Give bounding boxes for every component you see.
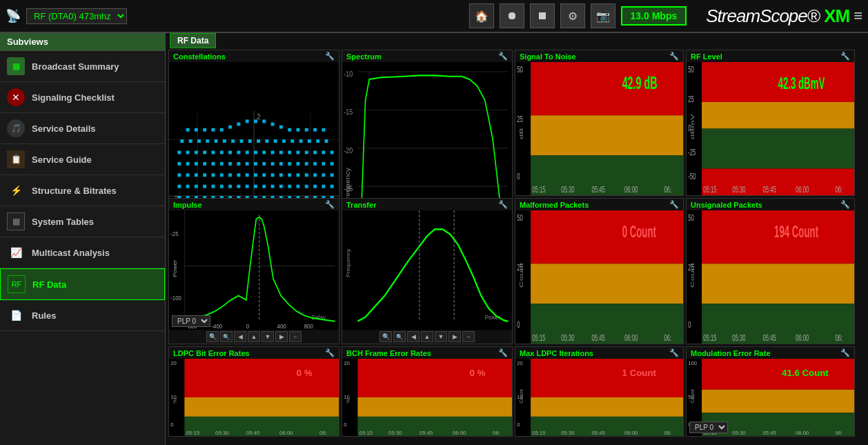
mer-body: 100 50 0 Count 05:15 05:30 05:45 06:00 0…: [687, 359, 854, 436]
ldpc-wrench[interactable]: 🔧: [325, 348, 335, 357]
svg-text:05:30: 05:30: [561, 184, 574, 195]
svg-rect-115: [288, 185, 291, 188]
svg-text:05:15: 05:15: [359, 430, 373, 436]
svg-rect-13: [212, 128, 215, 132]
imp-up[interactable]: ▲: [248, 331, 260, 342]
tr-down[interactable]: ▼: [435, 331, 447, 342]
svg-rect-21: [279, 126, 283, 129]
bch-wrench[interactable]: 🔧: [498, 348, 508, 357]
sidebar-item-structure-bitrates[interactable]: ⚡ Structure & Bitrates: [0, 175, 165, 206]
plp-dropdown-constellations[interactable]: PLP 0: [172, 315, 210, 327]
svg-rect-92: [254, 173, 257, 177]
svg-rect-59: [297, 150, 300, 154]
imp-zoom1[interactable]: 🔍: [206, 331, 219, 342]
stn-wrench[interactable]: 🔧: [669, 52, 679, 61]
svg-text:50: 50: [517, 64, 523, 75]
spectrum-wrench[interactable]: 🔧: [498, 52, 508, 61]
svg-rect-91: [246, 173, 249, 177]
svg-rect-104: [195, 185, 198, 188]
svg-rect-98: [305, 173, 308, 177]
svg-rect-39: [282, 139, 286, 143]
mer-wrench[interactable]: 🔧: [840, 348, 850, 357]
svg-text:05:45: 05:45: [762, 333, 776, 343]
svg-rect-63: [331, 150, 334, 154]
svg-text:06:: 06:: [664, 333, 671, 343]
constellations-header: Constellations 🔧: [169, 50, 339, 62]
imp-minus[interactable]: −: [289, 331, 302, 342]
svg-rect-285: [702, 129, 854, 169]
sidebar-item-system-tables[interactable]: ▦ System Tables: [0, 206, 165, 237]
svg-text:05:15: 05:15: [532, 430, 545, 436]
svg-text:50: 50: [517, 212, 523, 223]
home-button[interactable]: 🏠: [469, 3, 494, 28]
svg-text:400: 400: [277, 323, 286, 329]
sidebar-item-rf-data[interactable]: RF RF Data: [0, 268, 165, 300]
svg-rect-23: [297, 128, 300, 132]
sidebar-item-service-guide[interactable]: 📋 Service Guide: [0, 144, 165, 175]
svg-rect-14: [220, 128, 224, 132]
tr-title: Transfer: [346, 201, 376, 209]
tr-up[interactable]: ▲: [421, 331, 433, 342]
svg-rect-269: [531, 62, 683, 115]
tr-wrench[interactable]: 🔧: [498, 200, 508, 209]
svg-rect-71: [237, 162, 240, 166]
svg-rect-301: [531, 264, 683, 304]
sidebar-item-service-details[interactable]: 🎵 Service Details: [0, 113, 165, 144]
svg-text:50: 50: [688, 212, 694, 223]
record-button[interactable]: ⏺: [500, 3, 524, 28]
stn-header: Signal To Noise 🔧: [515, 50, 683, 62]
svg-rect-93: [262, 173, 266, 177]
svg-text:25: 25: [517, 114, 523, 124]
tr-zoom2[interactable]: 🔍: [393, 331, 406, 342]
up-wrench[interactable]: 🔧: [840, 200, 850, 209]
plp-dropdown-mer[interactable]: PLP 0: [689, 422, 728, 433]
rfl-wrench[interactable]: 🔧: [840, 52, 850, 61]
imp-wrench[interactable]: 🔧: [325, 200, 335, 209]
svg-text:06:: 06:: [835, 333, 842, 343]
maxldpc-wrench[interactable]: 🔧: [669, 348, 679, 357]
sidebar-label-broadcast-summary: Broadcast Summary: [32, 61, 119, 72]
mp-title: Malformed Packets: [520, 201, 589, 209]
menu-icon[interactable]: ≡: [854, 7, 862, 25]
bch-header: BCH Frame Error Rates 🔧: [342, 347, 512, 359]
tr-minus[interactable]: −: [462, 331, 475, 342]
svg-text:05:30: 05:30: [561, 333, 574, 343]
sidebar: Subviews ▦ Broadcast Summary ✕ Signaling…: [0, 33, 166, 445]
svg-rect-15: [228, 126, 232, 129]
stop-button[interactable]: ⏹: [530, 3, 555, 28]
sidebar-item-multicast-analysis[interactable]: 📈 Multicast Analysis: [0, 237, 165, 268]
panel-unsignaled-packets: Unsignaled Packets 🔧 50 25 0 Count 05:15: [686, 198, 855, 344]
imp-down[interactable]: ▼: [262, 331, 274, 342]
svg-rect-42: [308, 139, 311, 143]
constellations-wrench[interactable]: 🔧: [325, 52, 335, 61]
system-tables-icon: ▦: [7, 212, 25, 230]
camera-button[interactable]: 📷: [591, 3, 615, 28]
svg-rect-19: [262, 119, 266, 123]
imp-zoom2[interactable]: 🔍: [220, 331, 233, 342]
imp-left[interactable]: ◀: [234, 331, 246, 342]
settings-button[interactable]: ⚙: [560, 3, 585, 28]
sidebar-item-broadcast-summary[interactable]: ▦ Broadcast Summary: [0, 51, 165, 82]
svg-text:05:45: 05:45: [591, 333, 604, 343]
svg-rect-340: [342, 210, 512, 330]
tr-left[interactable]: ◀: [407, 331, 420, 342]
rfl-header: RF Level 🔧: [687, 50, 854, 62]
svg-text:41.6 Count: 41.6 Count: [782, 368, 829, 378]
svg-rect-101: [331, 173, 334, 177]
sidebar-item-signaling-checklist[interactable]: ✕ Signaling Checklist: [0, 82, 165, 113]
svg-rect-30: [206, 139, 209, 143]
svg-rect-47: [195, 150, 198, 154]
svg-rect-86: [203, 173, 206, 177]
sidebar-item-rules[interactable]: 📄 Rules: [0, 300, 165, 331]
sidebar-header: Subviews: [0, 33, 165, 51]
imp-right[interactable]: ▶: [275, 331, 288, 342]
tr-right[interactable]: ▶: [448, 331, 461, 342]
svg-text:05:30: 05:30: [561, 430, 575, 436]
tr-zoom1[interactable]: 🔍: [379, 331, 392, 342]
channel-selector[interactable]: RF (DTA0) 473mhz: [26, 8, 127, 24]
mp-wrench[interactable]: 🔧: [669, 200, 679, 209]
svg-rect-18: [254, 119, 257, 123]
svg-rect-94: [271, 173, 275, 177]
spectrum-title: Spectrum: [346, 52, 382, 61]
svg-rect-99: [313, 173, 317, 177]
